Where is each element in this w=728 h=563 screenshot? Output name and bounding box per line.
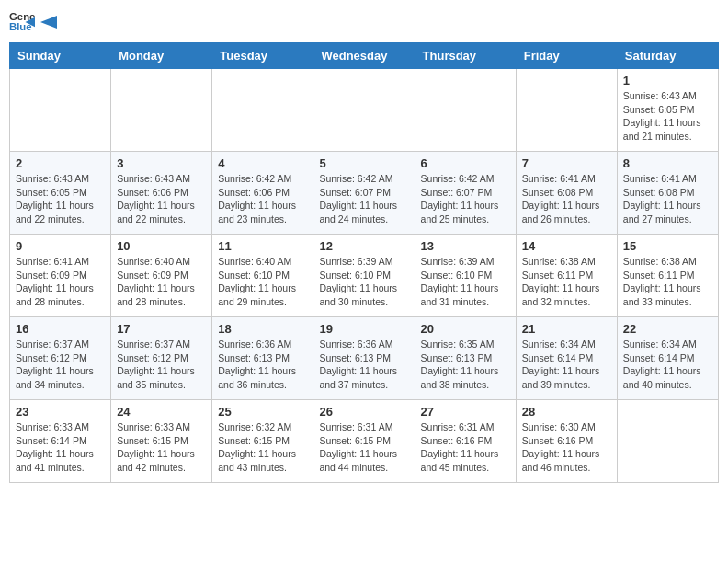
day-info: Sunrise: 6:36 AM Sunset: 6:13 PM Dayligh… — [218, 338, 307, 392]
day-info: Sunrise: 6:41 AM Sunset: 6:08 PM Dayligh… — [522, 172, 611, 226]
day-info: Sunrise: 6:38 AM Sunset: 6:11 PM Dayligh… — [522, 255, 611, 309]
day-cell: 18Sunrise: 6:36 AM Sunset: 6:13 PM Dayli… — [212, 317, 313, 400]
day-number: 6 — [421, 156, 510, 170]
day-info: Sunrise: 6:31 AM Sunset: 6:16 PM Dayligh… — [421, 420, 510, 475]
day-number: 8 — [623, 156, 712, 170]
day-number: 7 — [522, 156, 611, 170]
day-info: Sunrise: 6:30 AM Sunset: 6:16 PM Dayligh… — [522, 420, 611, 475]
day-cell: 9Sunrise: 6:41 AM Sunset: 6:09 PM Daylig… — [10, 235, 111, 317]
day-number: 1 — [623, 74, 712, 87]
day-number: 20 — [421, 322, 510, 336]
day-cell: 3Sunrise: 6:43 AM Sunset: 6:06 PM Daylig… — [111, 152, 212, 235]
weekday-header-saturday: Saturday — [617, 43, 718, 69]
day-info: Sunrise: 6:31 AM Sunset: 6:15 PM Dayligh… — [319, 420, 408, 475]
day-info: Sunrise: 6:40 AM Sunset: 6:10 PM Dayligh… — [218, 255, 307, 309]
day-info: Sunrise: 6:42 AM Sunset: 6:07 PM Dayligh… — [421, 172, 510, 226]
weekday-header-sunday: Sunday — [10, 43, 111, 69]
day-info: Sunrise: 6:43 AM Sunset: 6:05 PM Dayligh… — [623, 89, 712, 144]
day-number: 3 — [117, 156, 206, 170]
weekday-header-thursday: Thursday — [415, 43, 516, 69]
day-number: 26 — [319, 405, 408, 419]
day-number: 19 — [319, 322, 408, 336]
day-cell — [212, 69, 313, 152]
page: General Blue SundayMondayTuesdayWed — [0, 0, 728, 492]
calendar-table: SundayMondayTuesdayWednesdayThursdayFrid… — [9, 42, 719, 483]
day-info: Sunrise: 6:38 AM Sunset: 6:11 PM Dayligh… — [623, 255, 712, 309]
day-cell — [516, 69, 617, 152]
day-info: Sunrise: 6:42 AM Sunset: 6:07 PM Dayligh… — [319, 172, 408, 226]
day-number: 22 — [623, 322, 712, 336]
day-info: Sunrise: 6:43 AM Sunset: 6:05 PM Dayligh… — [16, 172, 105, 226]
day-number: 18 — [218, 322, 307, 336]
day-cell: 27Sunrise: 6:31 AM Sunset: 6:16 PM Dayli… — [415, 400, 516, 483]
logo-icon: General Blue — [9, 9, 35, 35]
day-number: 14 — [522, 239, 611, 253]
weekday-header-tuesday: Tuesday — [212, 43, 313, 69]
day-cell — [617, 400, 718, 483]
day-number: 12 — [319, 239, 408, 253]
day-cell: 23Sunrise: 6:33 AM Sunset: 6:14 PM Dayli… — [10, 400, 111, 483]
day-info: Sunrise: 6:43 AM Sunset: 6:06 PM Dayligh… — [117, 172, 206, 226]
day-number: 16 — [16, 322, 105, 336]
weekday-header-row: SundayMondayTuesdayWednesdayThursdayFrid… — [10, 43, 719, 69]
day-number: 23 — [16, 405, 105, 419]
day-cell: 20Sunrise: 6:35 AM Sunset: 6:13 PM Dayli… — [415, 317, 516, 400]
day-cell: 22Sunrise: 6:34 AM Sunset: 6:14 PM Dayli… — [617, 317, 718, 400]
svg-marker-3 — [40, 16, 57, 29]
logo-triangle-icon — [40, 14, 57, 30]
day-info: Sunrise: 6:42 AM Sunset: 6:06 PM Dayligh… — [218, 172, 307, 226]
day-number: 17 — [117, 322, 206, 336]
day-cell: 13Sunrise: 6:39 AM Sunset: 6:10 PM Dayli… — [415, 235, 516, 317]
day-info: Sunrise: 6:39 AM Sunset: 6:10 PM Dayligh… — [421, 255, 510, 309]
day-cell: 1Sunrise: 6:43 AM Sunset: 6:05 PM Daylig… — [617, 69, 718, 152]
day-cell — [111, 69, 212, 152]
day-cell: 21Sunrise: 6:34 AM Sunset: 6:14 PM Dayli… — [516, 317, 617, 400]
day-cell: 25Sunrise: 6:32 AM Sunset: 6:15 PM Dayli… — [212, 400, 313, 483]
day-number: 2 — [16, 156, 105, 170]
day-number: 11 — [218, 239, 307, 253]
day-number: 28 — [522, 405, 611, 419]
svg-text:Blue: Blue — [9, 21, 32, 32]
day-cell: 11Sunrise: 6:40 AM Sunset: 6:10 PM Dayli… — [212, 235, 313, 317]
day-number: 25 — [218, 405, 307, 419]
day-cell: 10Sunrise: 6:40 AM Sunset: 6:09 PM Dayli… — [111, 235, 212, 317]
day-info: Sunrise: 6:41 AM Sunset: 6:08 PM Dayligh… — [623, 172, 712, 226]
day-info: Sunrise: 6:37 AM Sunset: 6:12 PM Dayligh… — [16, 338, 105, 392]
week-row-3: 9Sunrise: 6:41 AM Sunset: 6:09 PM Daylig… — [10, 235, 719, 317]
day-cell: 26Sunrise: 6:31 AM Sunset: 6:15 PM Dayli… — [313, 400, 415, 483]
day-info: Sunrise: 6:34 AM Sunset: 6:14 PM Dayligh… — [522, 338, 611, 392]
day-cell: 12Sunrise: 6:39 AM Sunset: 6:10 PM Dayli… — [313, 235, 415, 317]
day-number: 24 — [117, 405, 206, 419]
week-row-1: 1Sunrise: 6:43 AM Sunset: 6:05 PM Daylig… — [10, 69, 719, 152]
day-cell: 17Sunrise: 6:37 AM Sunset: 6:12 PM Dayli… — [111, 317, 212, 400]
header: General Blue — [9, 9, 719, 35]
day-cell: 4Sunrise: 6:42 AM Sunset: 6:06 PM Daylig… — [212, 152, 313, 235]
day-number: 10 — [117, 239, 206, 253]
week-row-4: 16Sunrise: 6:37 AM Sunset: 6:12 PM Dayli… — [10, 317, 719, 400]
day-cell: 6Sunrise: 6:42 AM Sunset: 6:07 PM Daylig… — [415, 152, 516, 235]
day-number: 4 — [218, 156, 307, 170]
day-info: Sunrise: 6:33 AM Sunset: 6:14 PM Dayligh… — [16, 420, 105, 475]
day-cell: 28Sunrise: 6:30 AM Sunset: 6:16 PM Dayli… — [516, 400, 617, 483]
day-info: Sunrise: 6:35 AM Sunset: 6:13 PM Dayligh… — [421, 338, 510, 392]
day-info: Sunrise: 6:36 AM Sunset: 6:13 PM Dayligh… — [319, 338, 408, 392]
day-cell — [313, 69, 415, 152]
weekday-header-friday: Friday — [516, 43, 617, 69]
day-cell: 14Sunrise: 6:38 AM Sunset: 6:11 PM Dayli… — [516, 235, 617, 317]
day-info: Sunrise: 6:37 AM Sunset: 6:12 PM Dayligh… — [117, 338, 206, 392]
day-cell — [10, 69, 111, 152]
day-cell: 5Sunrise: 6:42 AM Sunset: 6:07 PM Daylig… — [313, 152, 415, 235]
weekday-header-monday: Monday — [111, 43, 212, 69]
logo: General Blue — [9, 9, 57, 35]
week-row-2: 2Sunrise: 6:43 AM Sunset: 6:05 PM Daylig… — [10, 152, 719, 235]
day-cell: 15Sunrise: 6:38 AM Sunset: 6:11 PM Dayli… — [617, 235, 718, 317]
day-info: Sunrise: 6:33 AM Sunset: 6:15 PM Dayligh… — [117, 420, 206, 475]
day-cell: 24Sunrise: 6:33 AM Sunset: 6:15 PM Dayli… — [111, 400, 212, 483]
day-cell: 2Sunrise: 6:43 AM Sunset: 6:05 PM Daylig… — [10, 152, 111, 235]
day-info: Sunrise: 6:40 AM Sunset: 6:09 PM Dayligh… — [117, 255, 206, 309]
day-number: 15 — [623, 239, 712, 253]
day-cell: 19Sunrise: 6:36 AM Sunset: 6:13 PM Dayli… — [313, 317, 415, 400]
day-cell: 8Sunrise: 6:41 AM Sunset: 6:08 PM Daylig… — [617, 152, 718, 235]
day-number: 27 — [421, 405, 510, 419]
week-row-5: 23Sunrise: 6:33 AM Sunset: 6:14 PM Dayli… — [10, 400, 719, 483]
